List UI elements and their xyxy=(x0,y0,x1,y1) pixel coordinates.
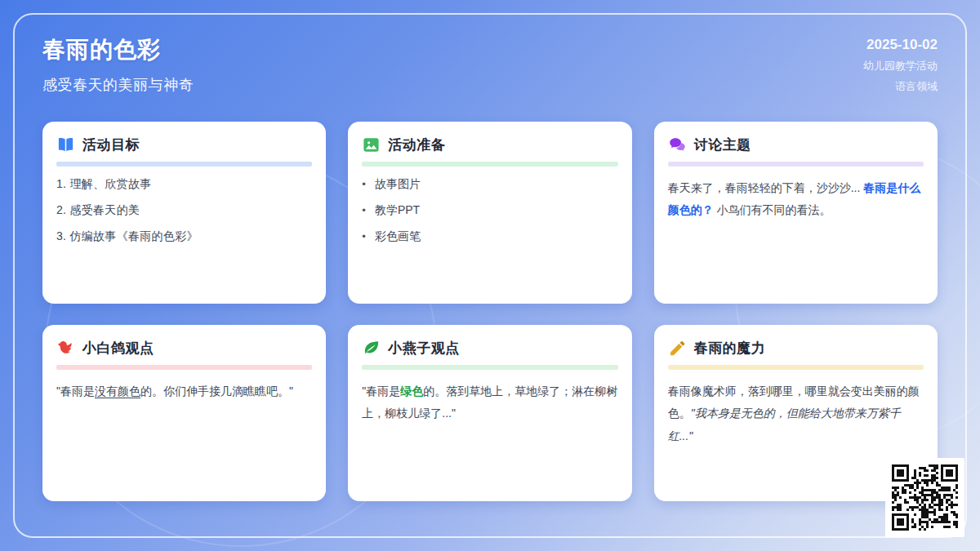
swallow-quote: "春雨是绿色的。落到草地上，草地绿了；淋在柳树上，柳枝儿绿了..." xyxy=(362,380,617,425)
card-dove-view: 小白鸽观点 "春雨是没有颜色的。你们伸手接几滴瞧瞧吧。" xyxy=(42,325,326,501)
goals-list: 1. 理解、欣赏故事 2. 感受春天的美 3. 仿编故事《春雨的色彩》 xyxy=(56,177,312,244)
list-item-label: 故事图片 xyxy=(375,177,421,192)
card-discussion-topic: 讨论主题 春天来了，春雨轻轻的下着，沙沙沙... 春雨是什么颜色的？ 小鸟们有不… xyxy=(654,122,938,304)
slide-header: 春雨的色彩 感受春天的美丽与神奇 2025-10-02 幼儿园教学活动 语言领域 xyxy=(0,0,980,95)
card-dove-title: 小白鸽观点 xyxy=(82,339,154,358)
bullet: • xyxy=(362,204,366,216)
card-swallow-title: 小燕子观点 xyxy=(388,339,460,358)
list-item: 3. 仿编故事《春雨的色彩》 xyxy=(56,229,312,244)
card-goals-header: 活动目标 xyxy=(56,136,312,154)
bird-icon xyxy=(56,339,75,358)
list-item: 2. 感受春天的美 xyxy=(56,203,312,218)
card-swallow-underline xyxy=(362,365,617,370)
card-grid: 活动目标 1. 理解、欣赏故事 2. 感受春天的美 3. 仿编故事《春雨的色彩》… xyxy=(0,122,980,501)
list-item: •故事图片 xyxy=(362,177,617,192)
card-topic-header: 讨论主题 xyxy=(668,136,924,154)
card-swallow-view: 小燕子观点 "春雨是绿色的。落到草地上，草地绿了；淋在柳树上，柳枝儿绿了..." xyxy=(348,325,631,501)
dove-quote-end: 的。你们伸手接几滴瞧瞧吧。" xyxy=(140,384,293,398)
swallow-highlight: 绿色 xyxy=(400,384,423,398)
list-item: •彩色画笔 xyxy=(362,229,617,244)
meta-activity-type: 幼儿园教学活动 xyxy=(863,59,938,73)
card-dove-underline xyxy=(56,365,312,370)
list-item: •教学PPT xyxy=(362,203,617,218)
page-title: 春雨的色彩 xyxy=(42,34,194,65)
card-topic-title: 讨论主题 xyxy=(694,136,751,154)
card-goals-title: 活动目标 xyxy=(82,136,140,154)
card-dove-header: 小白鸽观点 xyxy=(56,339,312,358)
page-subtitle: 感受春天的美丽与神奇 xyxy=(42,75,194,95)
card-magic-underline xyxy=(668,365,924,370)
card-prep-title: 活动准备 xyxy=(388,136,445,154)
date-label: 2025-10-02 xyxy=(863,37,938,53)
card-prep-underline xyxy=(362,162,617,167)
bullet: • xyxy=(362,230,366,242)
card-activity-prep: 活动准备 •故事图片 •教学PPT •彩色画笔 xyxy=(348,122,631,304)
list-item-label: 彩色画笔 xyxy=(375,229,421,244)
magic-italic-quote: "我本身是无色的，但能给大地带来万紫千红..." xyxy=(668,407,901,442)
swallow-quote-start: "春雨是 xyxy=(362,384,400,398)
card-prep-header: 活动准备 xyxy=(362,136,617,154)
qr-code xyxy=(892,464,958,531)
list-item-label: 教学PPT xyxy=(375,203,420,218)
open-book-icon xyxy=(56,136,75,154)
picture-icon xyxy=(362,136,381,154)
header-left: 春雨的色彩 感受春天的美丽与神奇 xyxy=(42,34,194,95)
magic-text: 春雨像魔术师，落到哪里，哪里就会变出美丽的颜色。"我本身是无色的，但能给大地带来… xyxy=(668,380,924,447)
qr-code-panel xyxy=(885,458,964,537)
card-goals-underline xyxy=(56,162,312,167)
card-swallow-header: 小燕子观点 xyxy=(362,339,617,358)
card-topic-underline xyxy=(668,162,924,167)
dove-quote-start: "春雨是 xyxy=(56,384,95,398)
header-meta: 2025-10-02 幼儿园教学活动 语言领域 xyxy=(863,34,938,94)
dove-quote: "春雨是没有颜色的。你们伸手接几滴瞧瞧吧。" xyxy=(56,380,312,402)
topic-text-before: 春天来了，春雨轻轻的下着，沙沙沙... xyxy=(668,181,864,194)
card-magic-header: 春雨的魔力 xyxy=(668,339,924,358)
card-activity-goals: 活动目标 1. 理解、欣赏故事 2. 感受春天的美 3. 仿编故事《春雨的色彩》 xyxy=(42,122,326,304)
bullet: • xyxy=(362,178,366,190)
topic-text-after: 小鸟们有不同的看法。 xyxy=(714,203,831,216)
list-item: 1. 理解、欣赏故事 xyxy=(56,177,312,192)
chat-bubbles-icon xyxy=(668,136,687,154)
prep-list: •故事图片 •教学PPT •彩色画笔 xyxy=(362,177,617,244)
dove-underlined-text: 没有颜色 xyxy=(95,384,140,398)
pencil-icon xyxy=(668,339,687,358)
topic-text: 春天来了，春雨轻轻的下着，沙沙沙... 春雨是什么颜色的？ 小鸟们有不同的看法。 xyxy=(668,177,924,222)
leaf-icon xyxy=(362,339,381,358)
card-magic-title: 春雨的魔力 xyxy=(694,339,766,358)
meta-domain: 语言领域 xyxy=(863,79,938,94)
